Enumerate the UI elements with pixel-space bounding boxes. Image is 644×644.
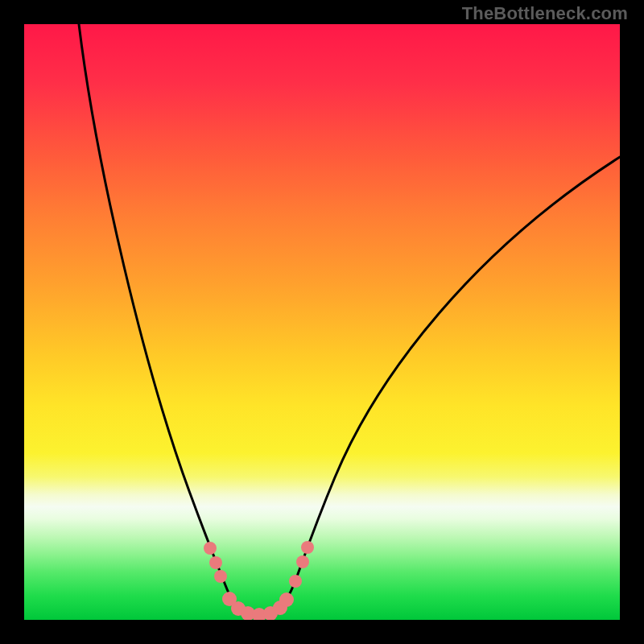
- curve-marker: [301, 541, 314, 554]
- curve-marker: [209, 556, 222, 569]
- curve-marker: [296, 555, 309, 568]
- curve-marker: [279, 592, 294, 607]
- marker-group: [204, 541, 314, 620]
- curve-group: [79, 24, 620, 615]
- curve-marker: [204, 542, 217, 555]
- chart-svg: [24, 24, 620, 620]
- chart-stage: TheBottleneck.com: [0, 0, 644, 644]
- plot-area: [24, 24, 620, 620]
- curve-marker: [289, 575, 302, 588]
- curve-marker: [214, 570, 227, 583]
- watermark-text: TheBottleneck.com: [462, 3, 628, 24]
- bottleneck-curve: [79, 24, 620, 615]
